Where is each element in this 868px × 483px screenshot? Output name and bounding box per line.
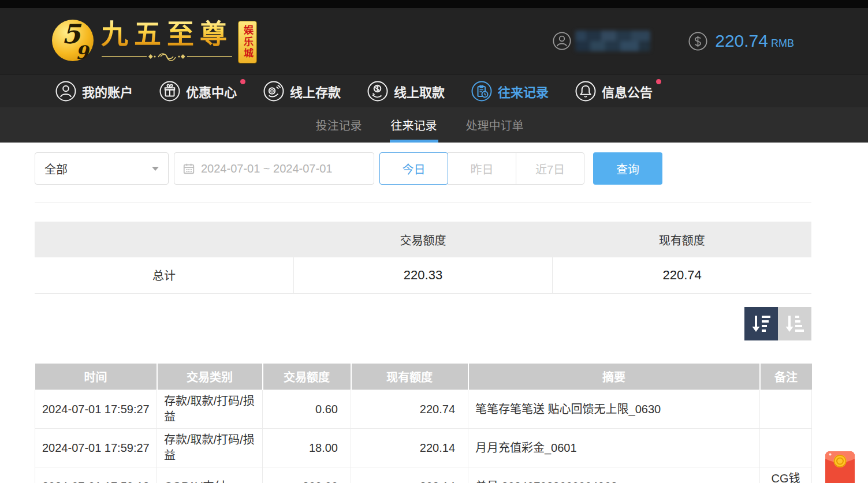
last7days-button[interactable]: 近7日 (516, 152, 584, 185)
table-row: 2024-07-01 17:59:27 存款/取款/打码/损益 0.60 220… (35, 390, 812, 429)
cell-summary: 月月充值彩金_0601 (468, 429, 760, 467)
cell-balance: 220.14 (351, 429, 468, 467)
type-select-value: 全部 (44, 160, 68, 177)
nav-label: 优惠中心 (186, 82, 237, 100)
nav-label: 线上取款 (394, 82, 445, 100)
cell-time: 2024-07-01 17:59:27 (35, 390, 157, 429)
search-button[interactable]: 查询 (593, 152, 662, 185)
summary-total-label: 总计 (35, 257, 293, 293)
username-blurred (575, 31, 650, 51)
summary-total-trade: 220.33 (293, 257, 552, 293)
nav-item-announcements[interactable]: 信息公告 (575, 81, 653, 102)
table-row: 2024-07-01 17:59:18 CGPAY支付 200.00 202.1… (35, 467, 812, 483)
records-header-row: 时间 交易类别 交易额度 现有额度 摘要 备注 (35, 364, 812, 390)
logo-digit-5: 5 (62, 18, 80, 50)
withdraw-icon (367, 81, 388, 102)
main-nav: 我的账户 优惠中心 线上存款 (0, 74, 868, 107)
nav-item-transaction-records[interactable]: 往来记录 (471, 81, 549, 102)
cell-note (760, 390, 812, 429)
tab-betting-records[interactable]: 投注记录 (315, 107, 363, 143)
logo-flourish-icon (100, 52, 233, 61)
col-summary: 摘要 (468, 364, 760, 390)
quick-range-group: 今日 昨日 近7日 (379, 152, 584, 185)
red-envelope-float[interactable] (825, 449, 855, 483)
col-note: 备注 (760, 364, 812, 390)
summary-table: 交易额度 现有额度 总计 220.33 220.74 (35, 222, 811, 294)
site-header: 9 5 九五至尊 娱乐城 (0, 8, 868, 74)
summary-header-trade: 交易额度 (293, 222, 552, 257)
sort-ascending-button[interactable] (778, 307, 811, 340)
cell-note (760, 429, 812, 467)
summary-header-row: 交易额度 现有额度 (35, 222, 811, 257)
dollar-coin-icon (688, 32, 707, 51)
balance-display: 220.74RMB (715, 31, 794, 51)
account-icon (55, 81, 76, 102)
col-type: 交易类别 (157, 364, 263, 390)
today-button[interactable]: 今日 (379, 152, 448, 185)
sort-ascending-icon (784, 313, 805, 334)
header-account-area: 220.74RMB (553, 8, 794, 74)
tab-label: 往来记录 (391, 117, 437, 133)
logo-title: 九五至尊 (101, 17, 233, 51)
cell-time: 2024-07-01 17:59:27 (35, 429, 157, 467)
cell-type: CGPAY支付 (157, 467, 263, 483)
cell-summary: 笔笔存笔笔送 贴心回馈无上限_0630 (468, 390, 760, 429)
records-table: 时间 交易类别 交易额度 现有额度 摘要 备注 2024-07-01 17:59… (35, 364, 812, 483)
nav-item-deposit[interactable]: 线上存款 (263, 81, 341, 102)
cell-time: 2024-07-01 17:59:18 (35, 467, 157, 483)
summary-header-empty (35, 222, 293, 257)
summary-total-balance: 220.74 (553, 257, 811, 293)
logo-95-icon: 9 5 (52, 20, 94, 61)
nav-item-withdraw[interactable]: 线上取款 (367, 81, 445, 102)
user-icon (553, 32, 571, 50)
tab-label: 处理中订单 (466, 117, 524, 133)
nav-label: 我的账户 (82, 82, 133, 100)
nav-label: 信息公告 (602, 82, 653, 100)
yesterday-button[interactable]: 昨日 (448, 152, 516, 185)
cell-balance: 202.14 (351, 467, 468, 483)
table-row: 2024-07-01 17:59:27 存款/取款/打码/损益 18.00 22… (35, 429, 812, 467)
summary-header-balance: 现有额度 (553, 222, 811, 257)
cell-note: CG钱包 (760, 467, 812, 483)
nav-label: 往来记录 (498, 82, 549, 100)
nav-item-my-account[interactable]: 我的账户 (55, 81, 133, 102)
logo-badge: 娱乐城 (238, 21, 257, 63)
cell-summary: 单号:202407023660004968 (468, 467, 760, 483)
cell-balance: 220.74 (351, 390, 468, 429)
col-time: 时间 (35, 364, 157, 390)
nav-label: 线上存款 (290, 82, 341, 100)
section-divider (35, 203, 811, 203)
nav-item-promotions[interactable]: 优惠中心 (159, 81, 237, 102)
site-logo[interactable]: 9 5 九五至尊 娱乐城 (52, 17, 257, 63)
notification-dot (656, 79, 661, 84)
cell-type: 存款/取款/打码/损益 (157, 429, 263, 467)
tab-label: 投注记录 (316, 117, 362, 133)
date-range-value: 2024-07-01 ~ 2024-07-01 (201, 162, 332, 175)
top-black-strip (0, 0, 868, 8)
tab-pending-orders[interactable]: 处理中订单 (465, 107, 525, 143)
col-amount: 交易额度 (263, 364, 351, 390)
type-select[interactable]: 全部 (35, 152, 169, 185)
gift-icon (159, 81, 180, 102)
sort-descending-icon (751, 313, 772, 334)
col-balance: 现有额度 (351, 364, 468, 390)
sort-controls (35, 307, 811, 340)
summary-total-row: 总计 220.33 220.74 (35, 257, 811, 293)
cell-amount: 200.00 (263, 467, 351, 483)
cell-amount: 0.60 (263, 390, 351, 429)
cell-type: 存款/取款/打码/损益 (157, 390, 263, 429)
sort-descending-button[interactable] (744, 307, 778, 340)
red-envelope-icon (825, 449, 855, 483)
page: 9 5 九五至尊 娱乐城 (0, 0, 868, 483)
tab-transaction-records[interactable]: 往来记录 (390, 107, 438, 143)
notification-dot (240, 79, 245, 84)
cell-amount: 18.00 (263, 429, 351, 467)
balance-amount: 220.74 (715, 31, 768, 50)
content-area: 全部 2024-07-01 ~ 2024-07-01 今日 昨日 (0, 152, 868, 483)
chevron-down-icon (152, 167, 159, 171)
date-range-input[interactable]: 2024-07-01 ~ 2024-07-01 (174, 152, 374, 185)
bell-icon (575, 81, 596, 102)
calendar-icon (182, 162, 195, 175)
records-icon (471, 81, 492, 102)
filter-bar: 全部 2024-07-01 ~ 2024-07-01 今日 昨日 (35, 152, 811, 185)
